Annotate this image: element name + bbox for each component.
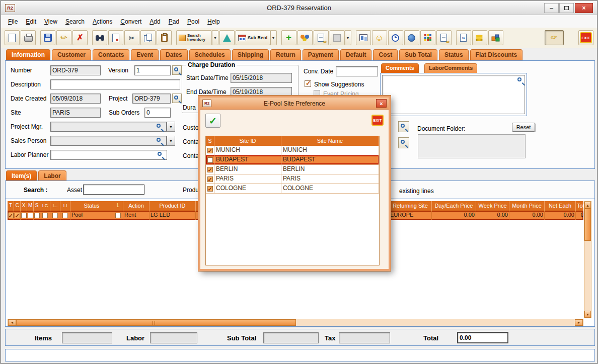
tax-field[interactable] (339, 332, 390, 343)
row-checkbox[interactable] (207, 157, 213, 163)
paste-button[interactable] (157, 30, 172, 45)
tab-contacts[interactable]: Contacts (93, 49, 129, 60)
menu-actions[interactable]: Actions (89, 16, 116, 27)
schedule-button[interactable] (388, 30, 403, 45)
start-date-field[interactable] (231, 73, 292, 83)
tab-dates[interactable]: Dates (160, 49, 188, 60)
report-button[interactable] (356, 30, 371, 45)
sales-person-dropdown[interactable]: ▼ (167, 136, 175, 146)
grid-checkbox-t[interactable] (8, 213, 14, 218)
comments-textarea[interactable] (382, 75, 525, 114)
dialog-close-button[interactable]: × (376, 99, 387, 108)
tab-shipping[interactable]: Shipping (232, 49, 269, 60)
project-field[interactable] (132, 94, 171, 104)
search-icon[interactable] (517, 77, 521, 81)
menu-file[interactable]: File (4, 16, 22, 27)
menu-edit[interactable]: Edit (22, 16, 40, 27)
total-field[interactable] (457, 332, 508, 343)
close-button[interactable]: × (575, 3, 593, 13)
sub-total-field[interactable] (263, 332, 319, 343)
save-button[interactable] (40, 30, 55, 45)
project-mgr-dropdown[interactable]: ▼ (167, 122, 175, 132)
labor-total-field[interactable] (150, 332, 197, 343)
script-button[interactable]: » (456, 30, 471, 45)
grid-checkbox-l[interactable] (115, 213, 121, 218)
project-search-button[interactable] (172, 94, 182, 103)
menu-add[interactable]: Add (145, 16, 164, 27)
grid-checkbox-x[interactable] (21, 213, 27, 218)
search-inventory-button[interactable]: Search Inventory (176, 30, 212, 45)
tab-labor-comments[interactable]: LaborComments (424, 63, 477, 73)
number-field[interactable] (50, 65, 101, 75)
contact-search-button[interactable] (398, 137, 409, 148)
reset-button[interactable]: Reset (512, 123, 535, 132)
sub-rent-dropdown[interactable]: ▼ (270, 30, 277, 45)
sub-orders-field[interactable] (144, 108, 171, 118)
edit-notes-button[interactable]: ✏ (436, 30, 452, 45)
cut-button[interactable]: ✂ (124, 30, 139, 45)
menu-search[interactable]: Search (61, 16, 89, 27)
tab-labor[interactable]: Labor (38, 170, 66, 181)
row-checkbox[interactable] (207, 176, 213, 182)
menu-help[interactable]: Help (203, 16, 224, 27)
horizontal-scroll-thumb[interactable] (16, 319, 296, 326)
vertical-scrollbar[interactable]: ▲ ▼ (584, 201, 591, 318)
date-created-field[interactable] (50, 94, 101, 104)
packages-button[interactable] (488, 30, 503, 45)
tab-event[interactable]: Event (131, 49, 159, 60)
grid-checkbox-ic[interactable] (42, 213, 48, 218)
project-mgr-field[interactable] (50, 122, 167, 132)
delete-button[interactable]: ✗ (72, 30, 88, 45)
tab-schedules[interactable]: Schedules (189, 49, 231, 60)
add-line-button[interactable]: + (281, 30, 296, 45)
labor-planner-field[interactable] (50, 150, 167, 160)
maximize-button[interactable] (559, 3, 574, 13)
group-button[interactable] (297, 30, 313, 45)
tab-flat-discounts[interactable]: Flat Discounts (470, 49, 523, 60)
sub-rent-button[interactable]: Sub Rent (236, 30, 270, 45)
version-search-button[interactable] (172, 65, 182, 75)
dialog-exit-button[interactable]: EXIT (371, 115, 384, 126)
search-icon[interactable] (158, 152, 162, 156)
search-icon[interactable] (157, 124, 161, 128)
sales-person-field[interactable] (50, 136, 167, 146)
scroll-up-button[interactable]: ▲ (584, 202, 591, 209)
tab-customer[interactable]: Customer (52, 49, 91, 60)
search-inventory-dropdown[interactable]: ▼ (212, 30, 218, 45)
grid-checkbox-c[interactable] (15, 213, 20, 218)
cube-tools-button[interactable] (420, 30, 435, 45)
dialog-confirm-button[interactable]: ✓ (205, 114, 220, 128)
horizontal-scrollbar[interactable]: ◄ ► (8, 319, 583, 326)
menu-convert[interactable]: Convert (116, 16, 145, 27)
menu-pool[interactable]: Pool (183, 16, 203, 27)
grid-checkbox-s[interactable] (34, 213, 40, 218)
site-field[interactable] (50, 108, 101, 118)
web-button[interactable] (404, 30, 419, 45)
dialog-row-3[interactable]: PARIS PARIS (206, 174, 379, 184)
conv-date-field[interactable] (336, 66, 378, 76)
print-button[interactable] (21, 30, 36, 45)
row-checkbox[interactable] (207, 186, 213, 192)
dialog-row-2[interactable]: BERLIN BERLIN (206, 165, 379, 174)
copy-button[interactable] (140, 30, 156, 45)
feedback-button[interactable]: ☺ (372, 30, 387, 45)
customer-search-button[interactable] (398, 121, 409, 132)
tab-return[interactable]: Return (270, 49, 301, 60)
tab-comments[interactable]: Comments (381, 63, 419, 73)
find-button[interactable] (92, 30, 107, 45)
version-field[interactable] (134, 65, 171, 75)
scroll-down-button[interactable]: ▼ (584, 311, 591, 318)
tab-default[interactable]: Default (340, 49, 372, 60)
tab-information[interactable]: Information (6, 49, 50, 60)
convert-document-button[interactable] (108, 30, 123, 45)
pricing-button[interactable] (472, 30, 487, 45)
minimize-button[interactable]: – (544, 3, 559, 13)
pool-items-button[interactable] (219, 30, 235, 45)
tab-items[interactable]: Item(s) (6, 170, 37, 181)
notes-button[interactable]: ✏ (314, 30, 329, 45)
row-checkbox[interactable] (207, 148, 213, 153)
show-suggestions-checkbox[interactable] (305, 80, 311, 87)
scroll-right-button[interactable]: ► (575, 319, 583, 326)
scroll-left-button[interactable]: ◄ (8, 319, 16, 326)
search-icon[interactable] (157, 138, 161, 142)
